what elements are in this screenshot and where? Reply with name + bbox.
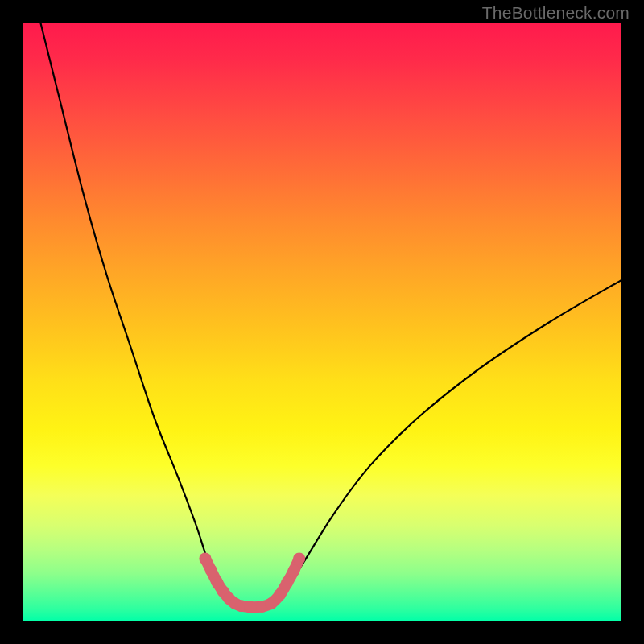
minimum-highlight-dot — [293, 552, 305, 564]
chart-frame: TheBottleneck.com — [0, 0, 644, 644]
minimum-highlight-dot — [281, 576, 293, 588]
minimum-highlight-dot — [199, 552, 211, 564]
bottleneck-curve — [40, 23, 621, 607]
watermark-text: TheBottleneck.com — [482, 3, 630, 23]
minimum-highlight-dot — [265, 597, 277, 609]
bottleneck-curve-line — [40, 23, 621, 607]
minimum-highlight-dot — [205, 564, 217, 576]
minimum-highlight-dot — [288, 564, 300, 576]
minimum-highlight-dot — [244, 601, 256, 613]
plot-area — [23, 23, 621, 621]
minimum-highlight — [199, 552, 305, 613]
minimum-highlight-dot — [274, 588, 286, 601]
curve-overlay — [23, 23, 621, 621]
